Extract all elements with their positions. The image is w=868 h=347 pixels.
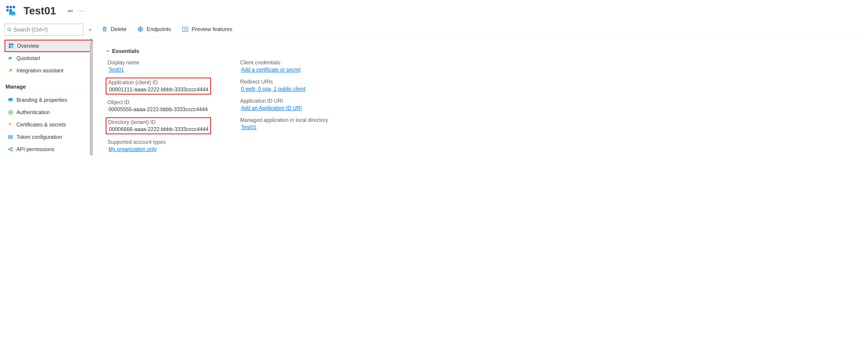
trash-icon — [102, 26, 107, 32]
authentication-icon — [8, 110, 13, 115]
globe-icon — [137, 26, 143, 32]
essentials-right-column: Client credentials Add a certificate or … — [238, 58, 330, 153]
field-supported-account-types: Supported account types My organization … — [106, 138, 211, 153]
application-client-id-value: 00001111-aaaa-2222-bbbb-3333cccc4444 — [108, 87, 209, 93]
field-directory-tenant-id: Directory (tenant) ID 00006666-aaaa-2222… — [106, 117, 211, 134]
token-icon — [8, 134, 13, 139]
svg-rect-11 — [9, 46, 11, 48]
page-header: Test01 ··· — [0, 0, 868, 24]
svg-rect-0 — [6, 6, 9, 8]
field-redirect-uris: Redirect URIs 0 web, 0 spa, 1 public cli… — [238, 77, 330, 93]
field-application-client-id: Application (client) ID 00001111-aaaa-22… — [106, 77, 211, 95]
svg-line-8 — [10, 30, 11, 31]
sidebar-section-manage: Manage — [5, 80, 88, 92]
sidebar-item-label: Certificates & secrets — [17, 122, 66, 128]
sidebar-item-integration-assistant[interactable]: Integration assistant — [5, 64, 92, 77]
essentials-toggle[interactable]: Essentials — [106, 48, 859, 54]
sidebar-item-authentication[interactable]: Authentication — [5, 106, 92, 119]
branding-icon — [8, 97, 13, 102]
sidebar-item-overview[interactable]: Overview — [5, 40, 92, 52]
svg-rect-18 — [9, 124, 11, 126]
sidebar-item-api-permissions[interactable]: API permissions — [5, 143, 92, 155]
delete-button[interactable]: Delete — [102, 26, 126, 32]
chevron-up-icon — [106, 49, 110, 53]
field-label: Directory (tenant) ID — [108, 119, 209, 125]
svg-rect-12 — [11, 46, 13, 48]
sidebar-item-label: Overview — [17, 43, 39, 49]
svg-rect-2 — [6, 9, 9, 11]
preview-icon — [182, 27, 188, 32]
essentials-left-column: Display name Test01 Application (client)… — [106, 58, 211, 153]
sidebar-item-label: Branding & properties — [17, 97, 67, 103]
sidebar-item-label: API permissions — [17, 146, 54, 153]
preview-features-button[interactable]: Preview features — [182, 26, 232, 32]
more-button[interactable]: ··· — [75, 6, 87, 16]
sidebar-item-label: Token configuration — [17, 134, 62, 140]
search-icon — [7, 27, 12, 32]
preview-label: Preview features — [191, 26, 232, 32]
sidebar-item-certificates-secrets[interactable]: Certificates & secrets — [5, 119, 92, 131]
sidebar-item-branding[interactable]: Branding & properties — [5, 94, 92, 106]
endpoints-button[interactable]: Endpoints — [137, 26, 171, 32]
essentials-heading: Essentials — [112, 48, 139, 54]
app-registration-icon — [6, 5, 17, 16]
field-label: Application (client) ID — [108, 80, 209, 86]
svg-rect-20 — [10, 135, 11, 139]
supported-account-types-link[interactable]: My organization only — [107, 146, 209, 152]
quickstart-icon — [8, 56, 13, 61]
field-label: Object ID — [107, 99, 209, 105]
field-client-credentials: Client credentials Add a certificate or … — [238, 58, 330, 74]
field-display-name: Display name Test01 — [106, 58, 211, 74]
page-title: Test01 — [24, 5, 56, 17]
sidebar: « Overview Quickstart Integration assist… — [0, 24, 92, 158]
essentials-body: Display name Test01 Application (client)… — [99, 58, 859, 153]
svg-rect-3 — [9, 9, 12, 11]
collapse-sidebar-button[interactable]: « — [88, 26, 92, 34]
main-panel: Delete Endpoints Preview features Essent… — [92, 24, 868, 158]
overview-icon — [8, 43, 14, 49]
application-id-uri-link[interactable]: Add an Application ID URI — [240, 105, 328, 111]
field-application-id-uri: Application ID URI Add an Application ID… — [238, 97, 330, 112]
api-icon — [8, 147, 13, 152]
svg-marker-6 — [9, 11, 14, 14]
sidebar-item-label: Quickstart — [17, 55, 40, 61]
redirect-uris-link[interactable]: 0 web, 0 spa, 1 public client — [240, 86, 328, 92]
sidebar-item-quickstart[interactable]: Quickstart — [5, 52, 92, 64]
managed-application-link[interactable]: Test01 — [240, 124, 328, 130]
field-label: Client credentials — [240, 60, 328, 66]
sidebar-item-label: Integration assistant — [17, 68, 63, 74]
field-label: Redirect URIs — [240, 79, 328, 85]
svg-rect-10 — [11, 43, 13, 45]
sidebar-item-label: Authentication — [17, 109, 50, 116]
directory-tenant-id-value: 00006666-aaaa-2222-bbbb-3333cccc4444 — [108, 126, 209, 132]
field-label: Supported account types — [107, 139, 209, 145]
key-icon — [8, 122, 13, 127]
object-id-value: 00005555-aaaa-2222-bbbb-3333cccc4444 — [107, 106, 209, 113]
svg-point-7 — [8, 28, 10, 31]
client-credentials-link[interactable]: Add a certificate or secret — [240, 67, 328, 73]
field-managed-application: Managed application in local directory T… — [238, 116, 330, 131]
rocket-icon — [8, 68, 13, 73]
svg-rect-1 — [9, 6, 12, 8]
sidebar-item-token-configuration[interactable]: Token configuration — [5, 131, 92, 143]
field-object-id: Object ID 00005555-aaaa-2222-bbbb-3333cc… — [106, 98, 211, 114]
display-name-link[interactable]: Test01 — [107, 67, 209, 73]
svg-rect-15 — [8, 98, 12, 99]
field-label: Application ID URI — [240, 98, 328, 104]
svg-rect-4 — [13, 6, 15, 8]
delete-label: Delete — [111, 26, 126, 32]
svg-rect-19 — [9, 135, 9, 139]
sidebar-search[interactable] — [5, 24, 83, 36]
search-input[interactable] — [13, 27, 81, 33]
field-label: Display name — [107, 60, 209, 66]
endpoints-label: Endpoints — [147, 26, 171, 32]
pin-button[interactable] — [65, 6, 75, 15]
field-label: Managed application in local directory — [240, 117, 328, 123]
command-bar: Delete Endpoints Preview features — [99, 24, 859, 38]
svg-point-13 — [8, 58, 10, 60]
svg-rect-9 — [9, 43, 11, 45]
svg-rect-21 — [12, 135, 12, 139]
